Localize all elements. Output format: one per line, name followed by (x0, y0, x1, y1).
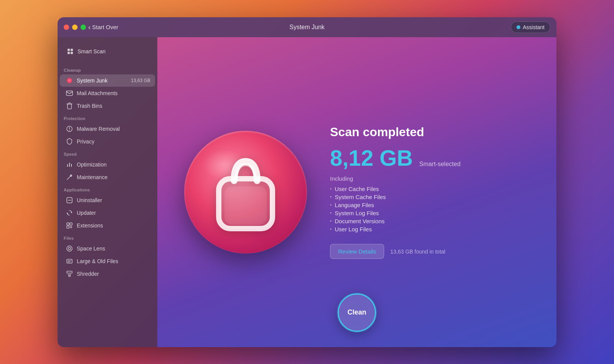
main-content: Smart Scan Cleanup System Junk 13,63 GB (58, 37, 556, 347)
sidebar-item-label-shredder: Shredder (77, 271, 99, 277)
chevron-left-icon: ‹ (88, 24, 91, 31)
sidebar-item-label-space-lens: Space Lens (77, 245, 105, 252)
svg-rect-1 (71, 49, 73, 51)
list-item: Language Files (330, 201, 530, 209)
list-item: Document Versions (330, 217, 530, 225)
section-label-cleanup: Cleanup (58, 64, 157, 74)
section-label-speed: Speed (58, 148, 157, 158)
app-icon (184, 131, 307, 254)
sidebar-item-label-extensions: Extensions (77, 222, 103, 229)
privacy-icon (66, 138, 73, 145)
section-label-protection: Protection (58, 112, 157, 122)
svg-rect-22 (224, 186, 267, 225)
sidebar: Smart Scan Cleanup System Junk 13,63 GB (58, 37, 157, 347)
svg-rect-14 (67, 223, 69, 225)
minimize-button[interactable] (72, 25, 78, 30)
space-lens-icon (66, 245, 73, 252)
sidebar-item-smart-scan[interactable]: Smart Scan (62, 45, 153, 58)
review-details-button[interactable]: Review Details (330, 244, 384, 259)
window-title: System Junk (289, 24, 325, 31)
sidebar-item-shredder[interactable]: Shredder (60, 268, 155, 280)
app-window: ‹ Start Over System Junk Assistant (58, 17, 556, 347)
svg-rect-15 (70, 223, 72, 225)
sidebar-section-applications: Applications Uninstaller (58, 184, 157, 232)
sidebar-item-label-trash-bins: Trash Bins (77, 103, 102, 109)
sidebar-section-protection: Protection Malware Removal (58, 112, 157, 148)
assistant-dot-icon (517, 25, 520, 29)
maximize-button[interactable] (81, 25, 86, 30)
clean-button-container: Clean (338, 293, 376, 332)
svg-rect-20 (67, 271, 72, 273)
sidebar-section-files: Files Space Lens (58, 232, 157, 280)
svg-point-5 (68, 79, 71, 82)
assistant-button[interactable]: Assistant (511, 21, 550, 33)
close-button[interactable] (64, 25, 69, 30)
content-area: Scan completed 8,12 GB Smart-selected In… (157, 37, 556, 347)
back-button-label: Start Over (92, 24, 118, 30)
found-total-label: 13,63 GB found in total (390, 249, 445, 255)
scan-size-row: 8,12 GB Smart-selected (330, 147, 530, 169)
sidebar-item-space-lens[interactable]: Space Lens (60, 242, 155, 255)
sidebar-item-label-maintenance: Maintenance (77, 174, 107, 180)
review-row: Review Details 13,63 GB found in total (330, 244, 530, 259)
sidebar-item-extensions[interactable]: Extensions (60, 219, 155, 232)
file-list: User Cache Files System Cache Files Lang… (330, 185, 530, 233)
sidebar-item-system-junk[interactable]: System Junk 13,63 GB (60, 74, 155, 87)
svg-rect-2 (68, 52, 70, 54)
svg-rect-3 (71, 52, 73, 54)
title-bar: ‹ Start Over System Junk Assistant (58, 17, 556, 37)
sidebar-item-mail-attachments[interactable]: Mail Attachments (60, 87, 155, 99)
sidebar-item-label-large-old-files: Large & Old Files (77, 258, 118, 264)
mail-icon (66, 90, 73, 97)
sidebar-item-privacy[interactable]: Privacy (60, 135, 155, 148)
sidebar-item-updater[interactable]: Updater (60, 207, 155, 219)
sidebar-item-label-malware: Malware Removal (77, 126, 120, 132)
svg-rect-6 (66, 91, 73, 96)
system-junk-badge: 13,63 GB (131, 78, 150, 83)
scan-completed-title: Scan completed (330, 125, 530, 139)
back-button[interactable]: ‹ Start Over (88, 24, 118, 31)
maintenance-icon (66, 174, 73, 181)
sidebar-item-maintenance[interactable]: Maintenance (60, 171, 155, 183)
svg-point-18 (68, 247, 71, 250)
sidebar-item-trash-bins[interactable]: Trash Bins (60, 100, 155, 112)
large-old-files-icon (66, 258, 73, 265)
malware-icon (66, 125, 73, 132)
shredder-icon (66, 270, 73, 277)
list-item: System Cache Files (330, 193, 530, 201)
content-inner: Scan completed 8,12 GB Smart-selected In… (184, 125, 530, 259)
extensions-icon (66, 222, 73, 229)
system-junk-icon (66, 77, 73, 84)
sidebar-item-label-mail-attachments: Mail Attachments (77, 90, 118, 96)
app-icon-container (184, 131, 307, 254)
smart-selected-label: Smart-selected (419, 161, 460, 167)
sidebar-item-label-system-junk: System Junk (77, 77, 107, 84)
smart-scan-icon (67, 48, 74, 55)
assistant-label: Assistant (523, 24, 545, 30)
uninstaller-icon (66, 197, 73, 204)
svg-rect-19 (67, 259, 72, 263)
scan-size: 8,12 GB (330, 145, 413, 170)
sidebar-item-large-old-files[interactable]: Large & Old Files (60, 255, 155, 267)
traffic-lights (64, 25, 86, 30)
list-item: System Log Files (330, 209, 530, 217)
sidebar-item-label-updater: Updater (77, 210, 96, 216)
sidebar-item-label-optimization: Optimization (77, 161, 107, 168)
list-item: User Cache Files (330, 185, 530, 193)
sidebar-section-speed: Speed Optimization (58, 148, 157, 183)
sidebar-item-uninstaller[interactable]: Uninstaller (60, 194, 155, 206)
sidebar-item-label-privacy: Privacy (77, 138, 94, 145)
sidebar-top: Smart Scan (58, 42, 157, 64)
sidebar-item-malware-removal[interactable]: Malware Removal (60, 123, 155, 135)
svg-rect-16 (67, 226, 69, 228)
updater-icon (66, 209, 73, 216)
list-item: User Log Files (330, 225, 530, 233)
including-label: Including (330, 175, 530, 182)
sidebar-section-cleanup: Cleanup System Junk 13,63 GB (58, 64, 157, 112)
bag-svg (207, 150, 284, 234)
scan-info: Scan completed 8,12 GB Smart-selected In… (330, 125, 530, 259)
section-label-applications: Applications (58, 184, 157, 194)
clean-button[interactable]: Clean (338, 293, 376, 332)
trash-icon (66, 102, 73, 109)
sidebar-item-optimization[interactable]: Optimization (60, 158, 155, 171)
